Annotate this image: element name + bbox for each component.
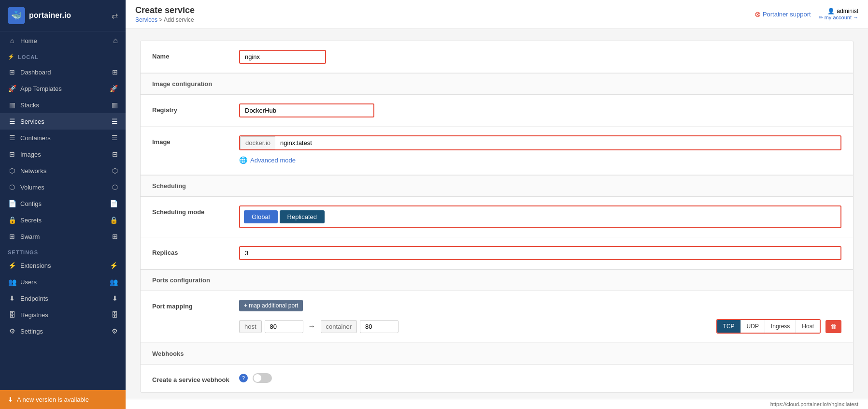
sidebar-item-networks[interactable]: ⬡ Networks ⬡: [0, 162, 126, 179]
breadcrumb-separator: >: [159, 16, 164, 23]
users-nav-icon: 👥: [110, 278, 118, 286]
sidebar-item-services[interactable]: ☰ Services ☰: [0, 113, 126, 130]
sidebar-item-configs[interactable]: 📄 Configs 📄: [0, 195, 126, 212]
sidebar-item-endpoints[interactable]: ⬇ Endpoints ⬇: [0, 290, 126, 307]
containers-icon: ☰: [8, 134, 16, 142]
sidebar-local-label: ⚡ LOCAL: [0, 50, 126, 64]
sidebar-toggle-icon[interactable]: ⇄: [112, 11, 118, 20]
extensions-icon: ⚡: [8, 262, 16, 269]
configs-icon: 📄: [8, 200, 16, 207]
host-label: host: [239, 320, 262, 333]
extensions-nav-icon: ⚡: [110, 262, 118, 269]
volumes-icon: ⬡: [8, 183, 16, 191]
stacks-nav-icon: ▦: [112, 101, 118, 109]
sidebar-item-users[interactable]: 👥 Users 👥: [0, 274, 126, 290]
replicated-button[interactable]: Replicated: [280, 210, 325, 223]
webhook-label: Create a service webhook: [152, 373, 229, 383]
registry-content: [239, 103, 841, 117]
registry-input[interactable]: [239, 103, 374, 117]
images-nav-icon: ⊟: [112, 150, 118, 158]
sidebar-label-endpoints: Endpoints: [20, 295, 48, 302]
name-content: [239, 50, 841, 64]
breadcrumb-current: Add service: [164, 16, 194, 23]
endpoints-nav-icon: ⬇: [112, 294, 118, 302]
sidebar-home-label: Home: [20, 37, 37, 44]
sidebar: 🐳 portainer.io ⇄ Home ⌂ ⚡ LOCAL ⊞ Dashbo…: [0, 0, 126, 409]
sidebar-label-volumes: Volumes: [20, 184, 44, 191]
sidebar-item-stacks[interactable]: ▦ Stacks ▦: [0, 97, 126, 113]
bolt-icon: ⚡: [8, 54, 15, 60]
ports-config-section-header: Ports configuration: [141, 269, 853, 291]
registry-label: Registry: [152, 103, 229, 114]
topbar-title-area: Create service Services > Add service: [135, 5, 195, 23]
sidebar-item-home[interactable]: Home ⌂: [0, 31, 126, 50]
create-service-form: Name Image configuration Registry Image: [140, 41, 854, 393]
image-config-section-header: Image configuration: [141, 73, 853, 95]
image-input-wrapper: docker.io: [239, 135, 841, 150]
port-arrow-icon: →: [308, 322, 316, 331]
breadcrumb-services-link[interactable]: Services: [135, 16, 157, 23]
support-label: Portainer support: [763, 11, 811, 18]
admin-area: 👤 administ ✏ my account →: [819, 8, 858, 21]
sidebar-item-containers[interactable]: ☰ Containers ☰: [0, 130, 126, 146]
port-mapping-entry: host → container TCP UDP Ingress Host 🗑: [239, 319, 841, 334]
networks-nav-icon: ⬡: [112, 167, 118, 175]
sidebar-item-registries[interactable]: 🗄 Registries 🗄: [0, 307, 126, 323]
replicas-label: Replicas: [152, 246, 229, 256]
map-additional-port-button[interactable]: + map additional port: [239, 300, 303, 311]
logout-icon: →: [853, 15, 858, 20]
sidebar-item-app-templates[interactable]: 🚀 App Templates 🚀: [0, 80, 126, 97]
host-port-input[interactable]: [265, 320, 303, 333]
admin-name: 👤 administ: [827, 8, 858, 15]
bottom-url-text: https://cloud.portainer.io/r/nginx:lates…: [770, 401, 858, 407]
scheduling-mode-content: Global Replicated: [239, 205, 841, 228]
sidebar-item-settings[interactable]: ⚙ Settings ⚙: [0, 323, 126, 339]
images-icon: ⊟: [8, 150, 16, 158]
sidebar-label-templates: App Templates: [20, 85, 62, 92]
configs-nav-icon: 📄: [110, 200, 118, 207]
sidebar-item-images[interactable]: ⊟ Images ⊟: [0, 146, 126, 162]
templates-icon: 🚀: [8, 85, 16, 92]
download-icon: ⬇: [8, 396, 13, 403]
container-port-input[interactable]: [360, 320, 398, 333]
containers-nav-icon: ☰: [112, 134, 118, 142]
registries-icon: 🗄: [8, 311, 16, 319]
sidebar-item-volumes[interactable]: ⬡ Volumes ⬡: [0, 179, 126, 195]
dashboard-icon: ⊞: [8, 68, 16, 76]
webhook-content: ?: [239, 373, 841, 383]
udp-button[interactable]: UDP: [740, 320, 765, 333]
templates-nav-icon: 🚀: [110, 85, 118, 92]
new-version-banner[interactable]: ⬇ A new version is available: [0, 390, 126, 409]
scheduling-mode-label: Scheduling mode: [152, 205, 229, 216]
sidebar-item-swarm[interactable]: ⊞ Swarm ⊞: [0, 228, 126, 245]
tcp-button[interactable]: TCP: [717, 320, 740, 333]
sidebar-label-users: Users: [20, 278, 37, 286]
sidebar-item-dashboard[interactable]: ⊞ Dashboard ⊞: [0, 64, 126, 80]
ingress-button[interactable]: Ingress: [765, 320, 796, 333]
stacks-icon: ▦: [8, 101, 16, 109]
webhook-toggle[interactable]: [253, 373, 272, 383]
port-mapping-content: + map additional port host → container T…: [239, 300, 841, 334]
sidebar-label-services: Services: [20, 118, 44, 125]
replicas-input[interactable]: [240, 247, 346, 259]
endpoints-icon: ⬇: [8, 294, 16, 302]
advanced-mode-toggle[interactable]: 🌐 Advanced mode: [239, 154, 841, 166]
global-button[interactable]: Global: [244, 210, 278, 223]
help-icon[interactable]: ?: [239, 374, 248, 382]
image-input[interactable]: [275, 136, 372, 149]
sidebar-item-secrets[interactable]: 🔒 Secrets 🔒: [0, 212, 126, 228]
name-row: Name: [141, 41, 853, 73]
sidebar-item-extensions[interactable]: ⚡ Extensions ⚡: [0, 257, 126, 274]
container-label: container: [321, 320, 357, 333]
toggle-slider: [253, 373, 272, 383]
my-account-link[interactable]: ✏ my account →: [819, 15, 858, 21]
sidebar-label-settings: Settings: [20, 328, 43, 335]
sidebar-label-containers: Containers: [20, 134, 51, 142]
portainer-support-link[interactable]: ⊗ Portainer support: [754, 10, 811, 19]
host-mode-button[interactable]: Host: [796, 320, 820, 333]
sidebar-label-registries: Registries: [20, 311, 48, 319]
home-nav-icon: ⌂: [113, 36, 118, 45]
port-delete-button[interactable]: 🗑: [825, 320, 841, 333]
webhook-row: Create a service webhook ?: [141, 365, 853, 392]
name-input[interactable]: [239, 50, 326, 64]
